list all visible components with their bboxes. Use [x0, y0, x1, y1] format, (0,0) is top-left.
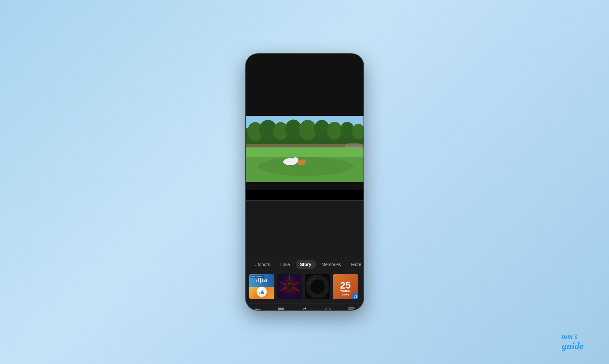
svg-rect-76: [305, 307, 305, 311]
album-item-4[interactable]: 25 YouTube Views: [333, 274, 358, 299]
video-preview-area: [246, 54, 363, 190]
tab-music[interactable]: Music: [295, 307, 314, 311]
svg-rect-60: [355, 296, 357, 296]
music-badge: [352, 293, 358, 299]
music-note-badge-icon: [354, 295, 357, 299]
soundwave-icon: [255, 277, 268, 283]
format-icon-svg: [348, 307, 355, 311]
svg-point-8: [327, 122, 342, 140]
svg-point-44: [288, 283, 289, 284]
svg-rect-81: [328, 309, 328, 311]
album-item-2[interactable]: [277, 274, 302, 299]
category-love[interactable]: Love: [276, 260, 294, 269]
svg-rect-69: [258, 309, 258, 309]
category-outdoors[interactable]: …tdoors: [249, 260, 275, 269]
svg-rect-26: [260, 278, 261, 283]
svg-rect-82: [328, 310, 329, 311]
toms-guide-watermark: tom's guide: [562, 332, 584, 351]
svg-point-61: [354, 297, 356, 298]
svg-rect-64: [255, 310, 257, 311]
tab-format[interactable]: Format: [342, 307, 361, 311]
album-1-play: [257, 287, 267, 297]
svg-rect-28: [264, 280, 265, 282]
video-bottom-letterbox: [246, 182, 363, 190]
category-memories[interactable]: Memories: [317, 260, 345, 269]
album-art-row: DRAKE SAUELL: [246, 271, 363, 303]
yard-scene-svg: [246, 116, 363, 182]
svg-point-37: [287, 282, 292, 287]
svg-rect-29: [265, 279, 267, 282]
svg-rect-27: [262, 279, 263, 282]
svg-point-79: [304, 310, 306, 311]
svg-rect-24: [256, 280, 257, 282]
category-more[interactable]: More: [347, 260, 363, 269]
phone-frame: …tdoors Love Story Memories More: [245, 53, 364, 311]
circle-album-art: [305, 274, 330, 299]
svg-point-62: [356, 296, 357, 298]
tab-length[interactable]: Length: [318, 307, 337, 311]
themes-icon: [277, 307, 285, 311]
svg-rect-32: [262, 290, 263, 294]
video-top-letterbox: [246, 54, 363, 116]
svg-rect-67: [255, 309, 256, 309]
timeline-icon-svg: [254, 307, 261, 311]
svg-rect-68: [256, 309, 257, 309]
svg-text:25: 25: [340, 280, 350, 290]
svg-point-20: [302, 159, 306, 163]
svg-point-22: [324, 174, 326, 175]
svg-rect-70: [259, 309, 259, 309]
svg-rect-65: [257, 310, 259, 311]
spider-album-art: [277, 274, 302, 299]
music-icon-svg: [301, 307, 308, 311]
tab-bar: Timeline Themes: [246, 303, 363, 311]
svg-rect-63: [255, 309, 260, 311]
svg-rect-85: [349, 309, 353, 311]
svg-text:YouTube: YouTube: [340, 289, 351, 292]
tab-timeline[interactable]: Timeline: [248, 307, 267, 311]
album-1-label: DRAKE SAUELL: [250, 275, 265, 278]
svg-rect-25: [258, 278, 259, 282]
svg-rect-71: [278, 308, 281, 310]
svg-rect-72: [281, 308, 284, 310]
svg-rect-31: [261, 291, 262, 294]
timeline-icon: [254, 307, 261, 311]
music-icon: [301, 307, 308, 311]
svg-rect-77: [304, 308, 306, 309]
album-item-1[interactable]: DRAKE SAUELL: [249, 274, 274, 299]
svg-point-9: [340, 122, 354, 138]
chart-icon: [259, 289, 264, 294]
tab-themes[interactable]: Themes: [272, 307, 291, 311]
music-categories-bar: …tdoors Love Story Memories More: [246, 257, 363, 271]
svg-rect-15: [246, 147, 363, 157]
svg-point-6: [299, 120, 317, 140]
svg-rect-33: [263, 292, 264, 294]
svg-point-21: [308, 171, 311, 172]
video-frame: [246, 116, 363, 182]
length-icon-svg: [324, 307, 331, 311]
category-story[interactable]: Story: [296, 260, 316, 269]
album-item-3[interactable]: [305, 274, 330, 299]
svg-point-83: [328, 310, 328, 311]
svg-point-45: [290, 283, 291, 284]
format-icon: [348, 307, 355, 311]
length-icon: [324, 307, 332, 311]
svg-rect-84: [349, 308, 354, 309]
timeline-area: [246, 200, 363, 257]
themes-icon-svg: [278, 307, 285, 311]
svg-rect-30: [259, 292, 260, 294]
svg-rect-66: [259, 310, 260, 311]
svg-text:Views: Views: [342, 293, 349, 296]
svg-point-23: [277, 172, 278, 173]
